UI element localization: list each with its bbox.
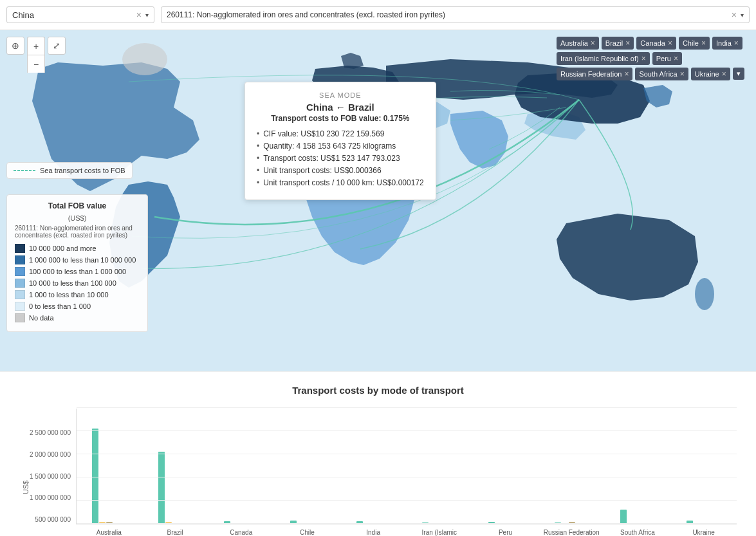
country-arrow[interactable]: ▾ bbox=[145, 12, 149, 19]
country-bar-group-peru bbox=[473, 522, 539, 524]
bar-air bbox=[627, 523, 634, 524]
country-bar-group-south-africa bbox=[605, 510, 671, 524]
bar-air bbox=[364, 523, 370, 524]
country-tag-south-africa[interactable]: South Africa× bbox=[635, 68, 688, 80]
tooltip-item: •Unit transport costs: US$0.000366 bbox=[257, 166, 424, 175]
zoom-out-button[interactable]: − bbox=[27, 55, 45, 73]
country-tag-india[interactable]: India× bbox=[712, 37, 742, 50]
y-axis-value: 500 000 000 bbox=[35, 516, 71, 523]
country-tag-ukraine[interactable]: Ukraine× bbox=[691, 68, 730, 80]
country-tag-chile[interactable]: Chile× bbox=[679, 37, 710, 50]
tooltip-item: •Unit transport costs / 10 000 km: US$0.… bbox=[257, 178, 424, 187]
legend-product: 260111: Non-agglomerated iron ores and c… bbox=[15, 225, 140, 239]
country-tag-russia[interactable]: Russian Federation× bbox=[557, 68, 632, 80]
compass-icon: ⊕ bbox=[12, 41, 19, 51]
bar-others bbox=[120, 523, 127, 524]
tag-label: South Africa bbox=[639, 70, 677, 78]
country-clear[interactable]: × bbox=[136, 10, 142, 20]
bar-road bbox=[311, 523, 318, 524]
legend-swatch bbox=[15, 255, 25, 264]
tag-label: Ukraine bbox=[695, 70, 719, 78]
legend-title: Total FOB value bbox=[15, 201, 140, 210]
country-tag-brazil[interactable]: Brazil× bbox=[602, 37, 634, 50]
tooltip-item: •CIF value: US$10 230 722 159.569 bbox=[257, 129, 424, 138]
compass-button[interactable]: ⊕ bbox=[6, 37, 24, 55]
legend-item-label: 100 000 to less than 1 000 000 bbox=[29, 268, 126, 275]
country-tag-australia[interactable]: Australia× bbox=[557, 37, 599, 50]
legend-swatch bbox=[15, 267, 25, 276]
zoom-out-icon: − bbox=[33, 59, 39, 69]
bar-railway bbox=[701, 523, 707, 524]
tooltip-item-label: Quantity: 4 158 153 643 725 kilograms bbox=[263, 142, 396, 151]
bar-others bbox=[318, 523, 325, 524]
tooltip-bullet: • bbox=[257, 178, 259, 187]
bar-sea bbox=[224, 521, 230, 524]
country-bar-group-russian-federation bbox=[539, 522, 605, 524]
map-legend: Total FOB value (US$) 260111: Non-agglom… bbox=[6, 194, 148, 332]
tooltip-item-label: CIF value: US$10 230 722 159.569 bbox=[263, 129, 384, 138]
tag-close-india[interactable]: × bbox=[734, 39, 739, 48]
legend-item-label: 1 000 to less than 10 000 bbox=[29, 291, 109, 299]
legend-item: 100 000 to less than 1 000 000 bbox=[15, 267, 140, 276]
bar-railway bbox=[502, 523, 509, 524]
product-value: 260111: Non-agglomerated iron ores and c… bbox=[167, 10, 726, 19]
tag-close-iran[interactable]: × bbox=[641, 54, 646, 63]
svg-point-1 bbox=[122, 43, 167, 75]
tag-close-brazil[interactable]: × bbox=[625, 39, 630, 48]
bar-others bbox=[252, 523, 259, 524]
tag-label: Russian Federation bbox=[560, 70, 622, 78]
chart-country-label: Chile bbox=[274, 528, 340, 536]
bar-railway bbox=[371, 523, 377, 524]
bar-air bbox=[495, 523, 502, 524]
bar-railway bbox=[569, 522, 575, 524]
tooltip-mode: SEA MODE bbox=[257, 91, 424, 99]
tag-label: Canada bbox=[640, 39, 665, 47]
legend-item-label: No data bbox=[29, 314, 54, 322]
tag-close-peru[interactable]: × bbox=[674, 54, 678, 63]
zoom-in-button[interactable]: + bbox=[27, 37, 45, 55]
chart-country-label: Iran (IslamicRepublic of) bbox=[406, 528, 472, 536]
country-tag-peru[interactable]: Peru× bbox=[652, 52, 682, 65]
bar-sea bbox=[555, 522, 561, 524]
tag-close-australia[interactable]: × bbox=[591, 39, 595, 48]
tag-close-south-africa[interactable]: × bbox=[680, 69, 685, 79]
bar-sea bbox=[356, 521, 363, 524]
tag-close-russia[interactable]: × bbox=[624, 69, 629, 79]
y-axis-value: 2 500 000 000 bbox=[30, 429, 71, 436]
tag-label: Iran (Islamic Republic of) bbox=[560, 55, 639, 62]
product-arrow[interactable]: ▾ bbox=[741, 12, 744, 19]
legend-items: 10 000 000 and more1 000 000 to less tha… bbox=[15, 244, 140, 322]
tag-close-chile[interactable]: × bbox=[701, 39, 706, 48]
chart-country-label: South Africa bbox=[605, 528, 671, 536]
expand-button[interactable]: ⤢ bbox=[48, 37, 66, 55]
chart-country-label: Canada bbox=[208, 528, 274, 536]
bar-others bbox=[517, 523, 523, 524]
more-tags-button[interactable]: ▾ bbox=[733, 68, 744, 80]
country-selector[interactable]: China × ▾ bbox=[6, 6, 154, 23]
bar-others bbox=[583, 523, 589, 524]
tooltip-bullet: • bbox=[257, 166, 259, 175]
chart-country-label: Peru bbox=[472, 528, 539, 536]
bar-sea bbox=[488, 522, 495, 524]
product-selector[interactable]: 260111: Non-agglomerated iron ores and c… bbox=[161, 6, 750, 23]
product-clear[interactable]: × bbox=[732, 10, 737, 20]
y-axis-value: 2 000 000 000 bbox=[30, 451, 71, 458]
chart-country-label: Russian Federation bbox=[539, 528, 605, 536]
country-tag-iran[interactable]: Iran (Islamic Republic of)× bbox=[557, 52, 650, 65]
bar-others bbox=[385, 523, 391, 524]
bar-air bbox=[297, 523, 304, 524]
legend-item-label: 10 000 000 and more bbox=[29, 245, 97, 252]
bar-sea bbox=[92, 429, 98, 524]
country-tag-canada[interactable]: Canada× bbox=[636, 37, 676, 50]
legend-item: 10 000 to less than 100 000 bbox=[15, 279, 140, 288]
country-tags-group: Australia×Brazil×Canada×Chile×India×Iran… bbox=[557, 37, 750, 80]
bar-sea bbox=[290, 521, 297, 524]
chart-country-label: Ukraine bbox=[670, 528, 737, 536]
tag-close-canada[interactable]: × bbox=[668, 39, 672, 48]
legend-item: 1 000 to less than 10 000 bbox=[15, 290, 140, 299]
chart-title: Transport costs by mode of transport bbox=[19, 385, 737, 396]
country-bar-group-iran-(islamic-republic-of) bbox=[407, 522, 473, 524]
tag-close-ukraine[interactable]: × bbox=[722, 69, 726, 79]
legend-swatch bbox=[15, 290, 25, 299]
bar-sea bbox=[687, 521, 693, 524]
